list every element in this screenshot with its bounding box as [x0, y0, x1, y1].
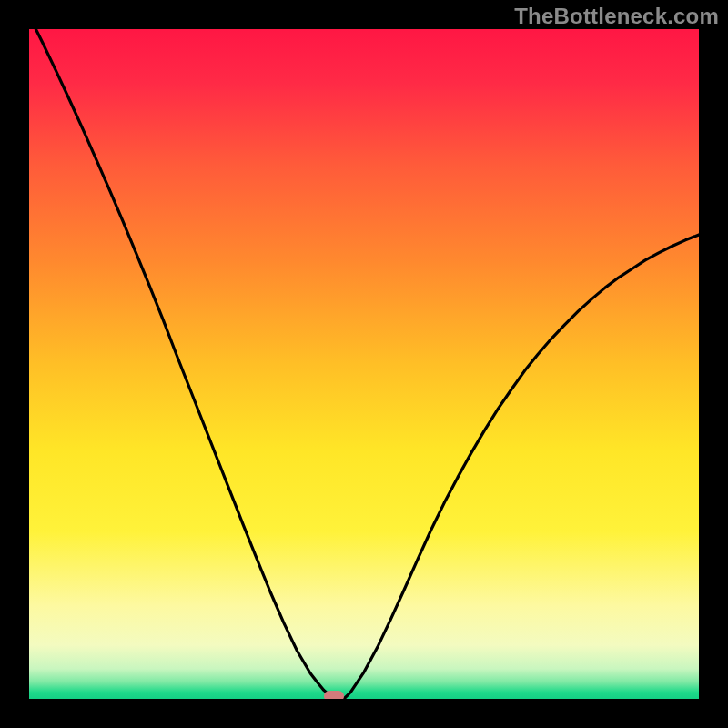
watermark: TheBottleneck.com	[514, 4, 719, 29]
min-marker	[324, 691, 344, 699]
plot-area	[29, 29, 699, 699]
frame: TheBottleneck.com	[0, 0, 728, 728]
bottleneck-curve	[29, 29, 699, 699]
